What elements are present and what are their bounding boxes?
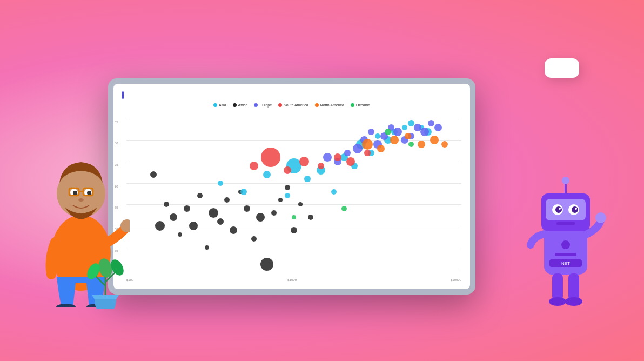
bubble-africa bbox=[278, 198, 283, 202]
bubble-africa bbox=[308, 215, 313, 220]
legend-dot bbox=[233, 103, 237, 107]
y-tick-label: 85 bbox=[115, 121, 118, 124]
character-right: NET bbox=[525, 166, 606, 318]
bubble-africa bbox=[285, 185, 290, 190]
legend-dot bbox=[351, 103, 354, 107]
legend-item-asia: Asia bbox=[213, 103, 226, 107]
bubble-africa bbox=[209, 208, 218, 218]
legend-item-oceania: Oceania bbox=[351, 103, 370, 107]
title-accent-bar bbox=[122, 91, 124, 99]
bubble-africa bbox=[205, 245, 209, 250]
bubble-south-america bbox=[261, 148, 280, 167]
svg-point-29 bbox=[562, 177, 569, 184]
bubble-africa bbox=[230, 226, 237, 234]
bubble-oceania bbox=[385, 129, 391, 135]
svg-rect-19 bbox=[544, 226, 587, 275]
bubble-north-america bbox=[405, 133, 411, 139]
bubble-south-america bbox=[250, 162, 258, 170]
bubble-asia bbox=[240, 189, 247, 195]
bubble-asia bbox=[408, 120, 414, 126]
legend-label: Asia bbox=[219, 103, 226, 107]
bubble-chart-label bbox=[545, 58, 579, 78]
legend-dot bbox=[254, 103, 258, 107]
bubble-africa bbox=[170, 213, 177, 221]
grid-line: 50 bbox=[126, 269, 461, 269]
bubble-south-america bbox=[284, 166, 291, 174]
bubble-europe bbox=[393, 128, 402, 136]
legend-label: South America bbox=[284, 103, 308, 107]
bubble-africa bbox=[189, 222, 198, 230]
svg-point-27 bbox=[575, 208, 577, 210]
bubble-south-america bbox=[299, 157, 309, 166]
legend-item-north-america: North America bbox=[315, 103, 344, 107]
legend-label: Africa bbox=[238, 103, 248, 107]
bubble-asia bbox=[375, 133, 380, 139]
bubble-africa bbox=[155, 221, 165, 231]
x-ticks: $100$1000$10000 bbox=[126, 278, 461, 282]
bubble-asia bbox=[402, 125, 407, 130]
grid-line: 65 bbox=[126, 204, 461, 205]
bubble-south-america bbox=[364, 150, 371, 156]
bubble-north-america bbox=[441, 141, 448, 148]
legend-dot bbox=[213, 103, 217, 107]
bubble-europe bbox=[420, 128, 429, 136]
svg-point-34 bbox=[549, 297, 566, 306]
grid-line: 85 bbox=[126, 119, 461, 119]
x-tick: $1000 bbox=[287, 278, 297, 282]
bubble-africa bbox=[217, 218, 224, 225]
x-tick: $10000 bbox=[451, 278, 461, 282]
grid-line: 70 bbox=[126, 183, 461, 184]
chart-plot: 5055606570758085 bbox=[126, 110, 461, 277]
svg-point-25 bbox=[572, 206, 578, 213]
bubble-asia bbox=[304, 176, 311, 182]
bubble-europe bbox=[353, 144, 363, 153]
bubble-europe bbox=[323, 153, 332, 162]
decorative-plant bbox=[84, 256, 127, 312]
bubble-europe bbox=[434, 124, 442, 131]
svg-text:NET: NET bbox=[561, 261, 570, 266]
bubble-africa bbox=[224, 197, 230, 203]
bubble-africa bbox=[178, 232, 182, 237]
robot-character-svg: NET bbox=[525, 166, 606, 318]
legend-item-africa: Africa bbox=[233, 103, 248, 107]
bubble-north-america bbox=[377, 145, 385, 152]
bubble-asia bbox=[218, 180, 223, 186]
svg-rect-30 bbox=[556, 222, 575, 225]
monitor-screen: AsiaAfricaEuropeSouth AmericaNorth Ameri… bbox=[113, 84, 470, 289]
bubble-north-america bbox=[390, 136, 399, 144]
bubble-oceania bbox=[292, 215, 296, 219]
legend-label: Oceania bbox=[356, 103, 370, 107]
bubble-south-america bbox=[334, 153, 341, 161]
bubble-north-america bbox=[362, 139, 373, 150]
svg-point-24 bbox=[555, 206, 562, 213]
svg-rect-32 bbox=[552, 273, 563, 300]
bubble-africa bbox=[197, 193, 203, 198]
svg-point-31 bbox=[595, 212, 606, 223]
bubble-asia bbox=[331, 189, 337, 195]
bubble-asia bbox=[263, 171, 271, 178]
bubble-europe bbox=[428, 120, 434, 126]
bubble-africa bbox=[164, 202, 169, 207]
svg-rect-37 bbox=[555, 253, 576, 256]
chart-area: 5055606570758085 $100$1000$10000 bbox=[122, 110, 461, 284]
bubble-south-america bbox=[318, 163, 324, 169]
legend-item-europe: Europe bbox=[254, 103, 272, 107]
bubble-africa bbox=[256, 213, 265, 222]
bubble-africa bbox=[251, 236, 257, 242]
svg-point-26 bbox=[559, 208, 561, 210]
bubble-europe bbox=[368, 129, 374, 135]
bubble-africa bbox=[298, 202, 303, 206]
svg-rect-33 bbox=[568, 273, 579, 300]
bubble-africa bbox=[271, 210, 277, 216]
legend-label: North America bbox=[320, 103, 344, 107]
legend-item-south-america: South America bbox=[278, 103, 308, 107]
svg-point-5 bbox=[87, 191, 91, 195]
bubble-africa bbox=[260, 258, 273, 271]
bubble-asia bbox=[285, 193, 290, 198]
bubble-europe bbox=[344, 150, 351, 156]
chart-legend: AsiaAfricaEuropeSouth AmericaNorth Ameri… bbox=[122, 103, 461, 107]
grid-line: 80 bbox=[126, 140, 461, 141]
chart-title-row bbox=[122, 91, 461, 99]
monitor-frame: AsiaAfricaEuropeSouth AmericaNorth Ameri… bbox=[108, 78, 475, 295]
legend-label: Europe bbox=[259, 103, 272, 107]
